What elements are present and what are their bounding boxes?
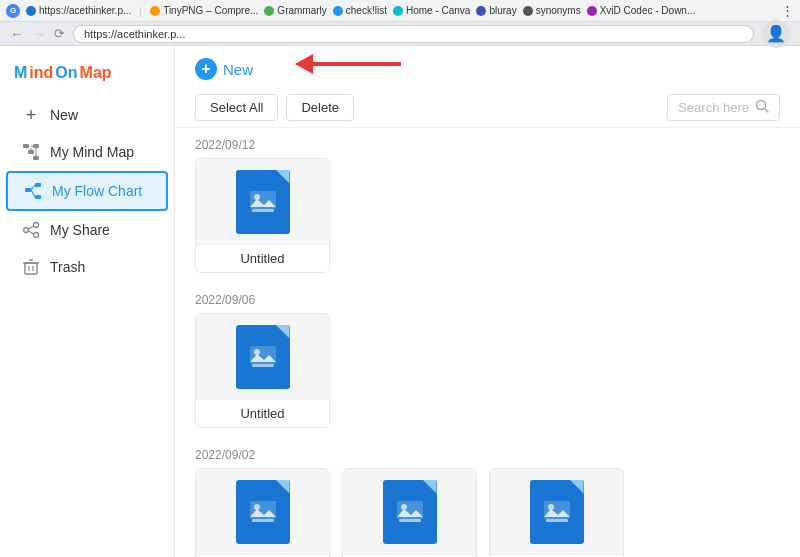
browser-tab-checklist[interactable]: check!list bbox=[333, 5, 387, 16]
file-card[interactable] bbox=[489, 468, 624, 557]
svg-line-15 bbox=[29, 231, 34, 234]
new-button[interactable]: + New bbox=[195, 58, 253, 80]
svg-rect-8 bbox=[35, 183, 41, 187]
file-icon-image bbox=[248, 189, 278, 221]
svg-line-11 bbox=[31, 190, 35, 197]
svg-rect-32 bbox=[252, 519, 274, 522]
file-card-name: Untitled bbox=[196, 399, 329, 427]
svg-rect-35 bbox=[399, 519, 421, 522]
sidebar-item-share[interactable]: My Share bbox=[6, 212, 168, 248]
items-grid-1: Untitled bbox=[175, 313, 800, 438]
file-icon bbox=[236, 325, 290, 389]
sidebar-item-mindmap[interactable]: My Mind Map bbox=[6, 134, 168, 170]
file-card-preview bbox=[490, 469, 623, 554]
browser-tab-synonyms[interactable]: synonyms bbox=[523, 5, 581, 16]
svg-rect-29 bbox=[252, 364, 274, 367]
browser-tab-canva[interactable]: Home - Canva bbox=[393, 5, 470, 16]
svg-rect-3 bbox=[33, 156, 39, 160]
file-card[interactable] bbox=[342, 468, 477, 557]
sidebar-item-flowchart[interactable]: My Flow Chart bbox=[6, 171, 168, 211]
app-logo: MindOnMap bbox=[0, 56, 174, 96]
file-card-preview bbox=[343, 469, 476, 554]
address-field[interactable]: https://acethinker.p... bbox=[73, 25, 754, 43]
svg-rect-38 bbox=[546, 519, 568, 522]
share-icon bbox=[22, 221, 40, 239]
search-icon bbox=[755, 99, 769, 116]
sidebar-item-mindmap-label: My Mind Map bbox=[50, 144, 134, 160]
toolbar: Select All Delete Search here bbox=[175, 88, 800, 128]
file-icon-image bbox=[542, 499, 572, 531]
file-icon bbox=[236, 170, 290, 234]
browser-tab-bluray[interactable]: bluray bbox=[476, 5, 516, 16]
trash-icon bbox=[22, 258, 40, 276]
file-card-preview bbox=[196, 314, 329, 399]
user-profile-icon[interactable]: 👤 bbox=[762, 20, 790, 48]
section-date-0: 2022/09/12 bbox=[175, 128, 800, 158]
app-container: MindOnMap + New My Mind Map bbox=[0, 46, 800, 557]
svg-point-13 bbox=[34, 233, 39, 238]
file-icon-image bbox=[248, 499, 278, 531]
sidebar: MindOnMap + New My Mind Map bbox=[0, 46, 175, 557]
browser-tab-bar: G https://acethinker.p... | TinyPNG – Co… bbox=[0, 0, 800, 22]
search-box[interactable]: Search here bbox=[667, 94, 780, 121]
sidebar-item-share-label: My Share bbox=[50, 222, 110, 238]
browser-tab-grammarly[interactable]: Grammarly bbox=[264, 5, 326, 16]
browser-tab-acethinker[interactable]: https://acethinker.p... bbox=[26, 5, 131, 16]
file-icon-image bbox=[395, 499, 425, 531]
file-card-preview bbox=[196, 469, 329, 554]
items-grid-2 bbox=[175, 468, 800, 557]
svg-point-12 bbox=[34, 223, 39, 228]
section-date-2: 2022/09/02 bbox=[175, 438, 800, 468]
select-all-button[interactable]: Select All bbox=[195, 94, 278, 121]
search-input[interactable]: Search here bbox=[678, 100, 749, 115]
file-card-name: Untitled bbox=[196, 244, 329, 272]
svg-rect-17 bbox=[25, 263, 37, 274]
file-card[interactable]: Untitled bbox=[195, 158, 330, 273]
sidebar-item-new[interactable]: + New bbox=[6, 97, 168, 133]
items-grid-0: Untitled bbox=[175, 158, 800, 283]
browser-back-btn[interactable]: ← bbox=[10, 26, 24, 42]
file-icon bbox=[236, 480, 290, 544]
red-arrow-indicator bbox=[295, 54, 401, 74]
sidebar-item-flowchart-label: My Flow Chart bbox=[52, 183, 142, 199]
browser-tab-xvid[interactable]: XviD Codec - Down... bbox=[587, 5, 696, 16]
file-icon bbox=[530, 480, 584, 544]
file-card[interactable] bbox=[195, 468, 330, 557]
plus-icon: + bbox=[22, 106, 40, 124]
new-button-label: New bbox=[223, 61, 253, 78]
new-button-icon: + bbox=[195, 58, 217, 80]
sidebar-item-new-label: New bbox=[50, 107, 78, 123]
file-icon-image bbox=[248, 344, 278, 376]
section-date-1: 2022/09/06 bbox=[175, 283, 800, 313]
file-card[interactable]: Untitled bbox=[195, 313, 330, 428]
main-content: + New Select All Delete Search here bbox=[175, 46, 800, 557]
svg-rect-26 bbox=[252, 209, 274, 212]
svg-point-14 bbox=[24, 228, 29, 233]
svg-line-16 bbox=[29, 226, 34, 229]
file-icon bbox=[383, 480, 437, 544]
sidebar-item-trash[interactable]: Trash bbox=[6, 249, 168, 285]
svg-rect-7 bbox=[25, 188, 31, 192]
browser-tab-tinypng[interactable]: TinyPNG – Compre... bbox=[150, 5, 258, 16]
svg-line-23 bbox=[765, 109, 769, 113]
arrow-line bbox=[311, 62, 401, 66]
browser-menu-dots[interactable]: ⋮ bbox=[781, 3, 794, 18]
svg-line-10 bbox=[31, 185, 35, 190]
browser-address-bar: ← → ⟳ https://acethinker.p... 👤 bbox=[0, 22, 800, 46]
browser-refresh-btn[interactable]: ⟳ bbox=[54, 26, 65, 41]
mindmap-icon bbox=[22, 143, 40, 161]
svg-rect-9 bbox=[35, 195, 41, 199]
browser-favicon: G bbox=[6, 4, 20, 18]
svg-rect-0 bbox=[23, 144, 29, 148]
toolbar-left: Select All Delete bbox=[195, 94, 354, 121]
file-card-preview bbox=[196, 159, 329, 244]
flowchart-icon bbox=[24, 182, 42, 200]
sidebar-item-trash-label: Trash bbox=[50, 259, 85, 275]
browser-forward-btn[interactable]: → bbox=[32, 26, 46, 42]
delete-button[interactable]: Delete bbox=[286, 94, 354, 121]
main-header: + New bbox=[175, 46, 800, 88]
